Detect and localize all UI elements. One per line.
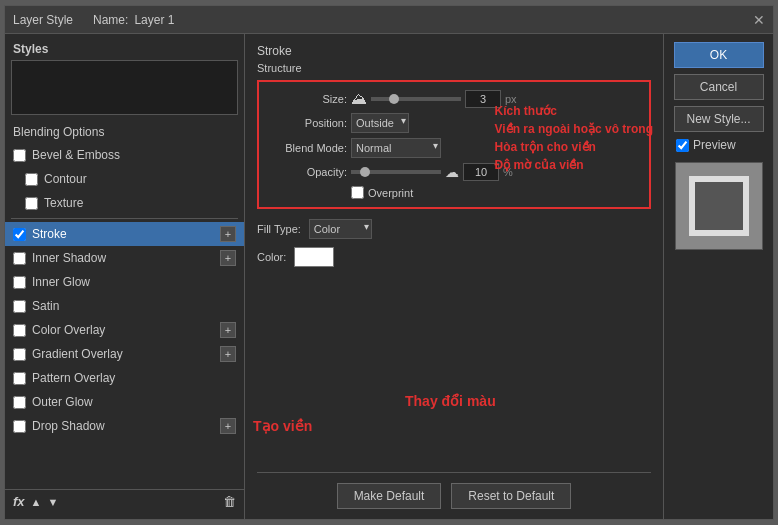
thay-doi-mau-annotation: Thay đổi màu <box>405 393 496 409</box>
drop-shadow-checkbox[interactable] <box>13 420 26 433</box>
reset-to-default-button[interactable]: Reset to Default <box>451 483 571 509</box>
up-button[interactable]: ▲ <box>31 496 42 508</box>
color-swatch[interactable] <box>294 247 334 267</box>
inner-shadow-plus-button[interactable]: + <box>220 250 236 266</box>
inner-shadow-checkbox[interactable] <box>13 252 26 265</box>
texture-checkbox[interactable] <box>25 197 38 210</box>
color-row: Color: <box>257 247 651 267</box>
stroke-checkbox[interactable] <box>13 228 26 241</box>
layer-style-dialog: Layer Style Name: Layer 1 ✕ Styles Blend… <box>4 5 774 520</box>
size-label: Size: <box>267 93 347 105</box>
stroke-plus-button[interactable]: + <box>220 226 236 242</box>
inner-glow-label: Inner Glow <box>32 275 236 289</box>
title-bar: Layer Style Name: Layer 1 ✕ <box>5 6 773 34</box>
ok-button[interactable]: OK <box>674 42 764 68</box>
blending-header[interactable]: Blending Options <box>5 121 244 143</box>
drop-shadow-plus-button[interactable]: + <box>220 418 236 434</box>
left-footer: fx ▲ ▼ 🗑 <box>5 489 244 513</box>
overprint-row: Overprint <box>351 186 641 199</box>
overprint-label: Overprint <box>368 187 413 199</box>
color-overlay-label: Color Overlay <box>32 323 220 337</box>
center-footer: Make Default Reset to Default <box>257 472 651 509</box>
close-button[interactable]: ✕ <box>753 12 765 28</box>
fx-button[interactable]: fx <box>13 494 25 509</box>
inner-glow-checkbox[interactable] <box>13 276 26 289</box>
tao-vien-annotation: Tạo viền <box>253 418 312 434</box>
blend-mode-label: Blend Mode: <box>267 142 347 154</box>
color-label: Color: <box>257 251 286 263</box>
new-style-button[interactable]: New Style... <box>674 106 764 132</box>
sidebar-item-contour[interactable]: Contour <box>5 167 244 191</box>
cancel-button[interactable]: Cancel <box>674 74 764 100</box>
satin-label: Satin <box>32 299 236 313</box>
pattern-overlay-checkbox[interactable] <box>13 372 26 385</box>
contour-checkbox[interactable] <box>25 173 38 186</box>
sidebar-item-inner-shadow[interactable]: Inner Shadow + <box>5 246 244 270</box>
pattern-overlay-label: Pattern Overlay <box>32 371 236 385</box>
annotations-block: Kích thước Viền ra ngoài hoặc vô trong H… <box>495 102 653 174</box>
sidebar-item-gradient-overlay[interactable]: Gradient Overlay + <box>5 342 244 366</box>
outer-glow-label: Outer Glow <box>32 395 236 409</box>
styles-header: Styles <box>5 40 244 60</box>
gradient-overlay-label: Gradient Overlay <box>32 347 220 361</box>
texture-label: Texture <box>44 196 236 210</box>
annot-hoa-tron: Hòa trộn cho viền <box>495 138 653 156</box>
size-slider[interactable] <box>371 97 461 101</box>
preview-canvas <box>675 162 763 250</box>
gradient-overlay-plus-button[interactable]: + <box>220 346 236 362</box>
sidebar-item-pattern-overlay[interactable]: Pattern Overlay <box>5 366 244 390</box>
sidebar-item-outer-glow[interactable]: Outer Glow <box>5 390 244 414</box>
styles-list-box[interactable] <box>11 60 238 115</box>
fill-type-row: Fill Type: Color Gradient Pattern <box>257 219 651 239</box>
preview-checkbox[interactable] <box>676 139 689 152</box>
sidebar-item-bevel-emboss[interactable]: Bevel & Emboss <box>5 143 244 167</box>
outer-glow-checkbox[interactable] <box>13 396 26 409</box>
annot-vien: Viền ra ngoài hoặc vô trong <box>495 120 653 138</box>
sidebar-item-texture[interactable]: Texture <box>5 191 244 215</box>
delete-button[interactable]: 🗑 <box>223 494 236 509</box>
bevel-emboss-label: Bevel & Emboss <box>32 148 236 162</box>
title-bar-left: Layer Style Name: Layer 1 <box>13 13 174 27</box>
opacity-slider[interactable] <box>351 170 441 174</box>
color-overlay-plus-button[interactable]: + <box>220 322 236 338</box>
stroke-label: Stroke <box>32 227 220 241</box>
overprint-checkbox[interactable] <box>351 186 364 199</box>
preview-label: Preview <box>693 138 736 152</box>
preview-row: Preview <box>676 138 736 152</box>
opacity-label: Opacity: <box>267 166 347 178</box>
opacity-icon: ☁ <box>445 164 459 180</box>
fill-type-select[interactable]: Color Gradient Pattern <box>309 219 372 239</box>
color-overlay-checkbox[interactable] <box>13 324 26 337</box>
position-select-wrapper: Outside Inside Center <box>351 113 409 133</box>
bevel-emboss-checkbox[interactable] <box>13 149 26 162</box>
contour-label: Contour <box>44 172 236 186</box>
fill-type-select-wrapper: Color Gradient Pattern <box>309 219 372 239</box>
name-label: Name: <box>93 13 128 27</box>
sidebar-item-satin[interactable]: Satin <box>5 294 244 318</box>
annot-kich-thuoc: Kích thước <box>495 102 653 120</box>
left-panel: Styles Blending Options Bevel & Emboss C… <box>5 34 245 519</box>
annot-do-mo: Độ mờ của viền <box>495 156 653 174</box>
down-button[interactable]: ▼ <box>47 496 58 508</box>
right-panel: OK Cancel New Style... Preview <box>663 34 773 519</box>
satin-checkbox[interactable] <box>13 300 26 313</box>
name-field: Name: Layer 1 <box>93 13 174 27</box>
dialog-title: Layer Style <box>13 13 73 27</box>
center-panel: Stroke Structure Size: ⛰ px Position: <box>245 34 663 519</box>
section-title: Stroke <box>257 44 651 58</box>
make-default-button[interactable]: Make Default <box>337 483 442 509</box>
drop-shadow-label: Drop Shadow <box>32 419 220 433</box>
sidebar-item-drop-shadow[interactable]: Drop Shadow + <box>5 414 244 438</box>
sidebar-item-color-overlay[interactable]: Color Overlay + <box>5 318 244 342</box>
preview-inner <box>689 176 749 236</box>
fill-type-label: Fill Type: <box>257 223 301 235</box>
blend-mode-select[interactable]: Normal Multiply Screen <box>351 138 441 158</box>
gradient-overlay-checkbox[interactable] <box>13 348 26 361</box>
blend-mode-select-wrapper: Normal Multiply Screen <box>351 138 441 158</box>
sidebar-item-inner-glow[interactable]: Inner Glow <box>5 270 244 294</box>
position-select[interactable]: Outside Inside Center <box>351 113 409 133</box>
sidebar-item-stroke[interactable]: Stroke + <box>5 222 244 246</box>
sub-section-title: Structure <box>257 62 651 74</box>
position-label: Position: <box>267 117 347 129</box>
layer-name: Layer 1 <box>134 13 174 27</box>
